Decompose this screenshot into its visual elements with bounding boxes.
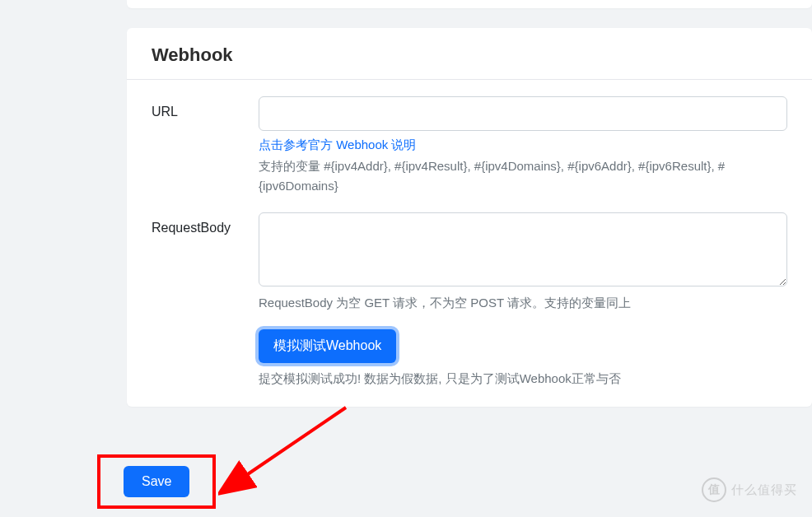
test-content: 模拟测试Webhook 提交模拟测试成功! 数据为假数据, 只是为了测试Webh… (259, 329, 621, 387)
url-help-text: 支持的变量 #{ipv4Addr}, #{ipv4Result}, #{ipv4… (259, 156, 787, 196)
webhook-card: Webhook URL 点击参考官方 Webhook 说明 支持的变量 #{ip… (127, 28, 812, 407)
previous-card-edge (127, 0, 812, 8)
webhook-docs-link[interactable]: 点击参考官方 Webhook 说明 (259, 137, 416, 153)
watermark-icon: 值 (702, 477, 726, 502)
save-wrapper: Save (97, 454, 216, 509)
test-row: 模拟测试Webhook 提交模拟测试成功! 数据为假数据, 只是为了测试Webh… (152, 329, 787, 387)
request-body-label: RequestBody (152, 212, 259, 235)
url-label: URL (152, 96, 259, 119)
request-body-textarea[interactable] (259, 212, 787, 286)
test-status-text: 提交模拟测试成功! 数据为假数据, 只是为了测试Webhook正常与否 (259, 371, 621, 387)
card-title: Webhook (152, 44, 787, 66)
save-highlight-box: Save (97, 454, 216, 509)
request-body-help-text: RequestBody 为空 GET 请求，不为空 POST 请求。支持的变量同… (259, 293, 787, 313)
annotation-arrow-icon (218, 399, 358, 502)
request-body-content: RequestBody 为空 GET 请求，不为空 POST 请求。支持的变量同… (259, 212, 787, 313)
card-body: URL 点击参考官方 Webhook 说明 支持的变量 #{ipv4Addr},… (127, 80, 812, 387)
request-body-row: RequestBody RequestBody 为空 GET 请求，不为空 PO… (152, 212, 787, 313)
save-button[interactable]: Save (124, 466, 189, 497)
card-header: Webhook (127, 28, 812, 80)
svg-line-1 (243, 408, 346, 477)
watermark: 值 什么值得买 (702, 477, 797, 502)
url-content: 点击参考官方 Webhook 说明 支持的变量 #{ipv4Addr}, #{i… (259, 96, 787, 196)
url-input[interactable] (259, 96, 787, 131)
watermark-text: 什么值得买 (731, 482, 797, 498)
url-row: URL 点击参考官方 Webhook 说明 支持的变量 #{ipv4Addr},… (152, 96, 787, 196)
test-webhook-button[interactable]: 模拟测试Webhook (259, 329, 396, 363)
